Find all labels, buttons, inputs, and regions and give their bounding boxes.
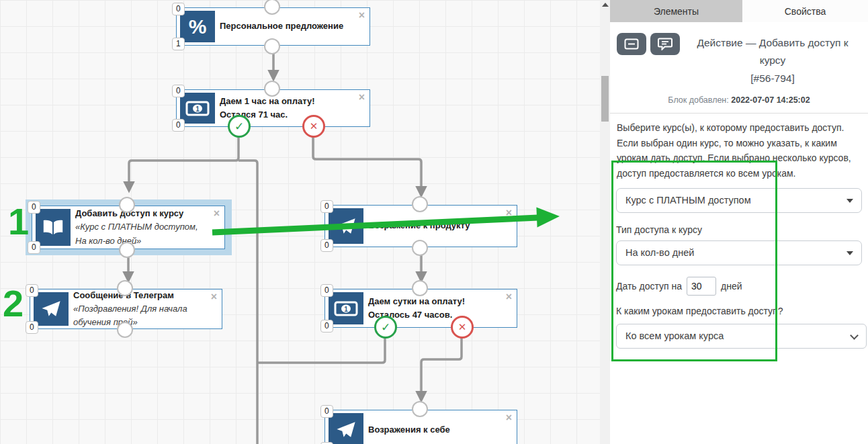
block-title: Возражения к себе	[368, 425, 450, 435]
lessons-select[interactable]: Ко всем урокам курса	[616, 324, 867, 349]
close-icon[interactable]: ×	[506, 208, 512, 218]
close-icon[interactable]: ×	[506, 292, 512, 302]
connector-in[interactable]	[264, 81, 280, 97]
badge-count: 0	[172, 85, 185, 97]
chevron-down-icon	[847, 199, 853, 203]
chevron-down-icon	[847, 251, 853, 255]
scrollbar-up-icon[interactable]	[602, 3, 609, 7]
block-subtitle: «Курс с ПЛАТНЫМ доступом, На кол-во дней…	[75, 222, 198, 245]
connector-out[interactable]	[412, 240, 428, 256]
badge-count: 0	[26, 284, 38, 297]
badge-count: 0	[320, 320, 333, 332]
flow-block-product-objection[interactable]: 0 0 Возражение к продукту ×	[324, 205, 517, 247]
connector-in[interactable]	[412, 196, 428, 212]
badge-count: 1	[172, 38, 185, 50]
connector-out[interactable]	[119, 242, 135, 258]
course-select[interactable]: Курс с ПЛАТНЫМ доступом	[616, 188, 862, 213]
panel-tabbar: Элементы Свойства	[610, 0, 868, 22]
flow-block-self-objection[interactable]: 0 0 Возражения к себе ×	[324, 410, 517, 444]
block-added-datetime: 2022-07-07 14:25:02	[731, 95, 810, 105]
lessons-select-value: Ко всем урокам курса	[625, 330, 724, 341]
badge-count: 0	[28, 201, 40, 214]
badge-count: 0	[26, 321, 38, 334]
block-title: Возражение к продукту	[368, 220, 470, 230]
badge-count: 0	[172, 3, 185, 15]
connector-in[interactable]	[119, 197, 135, 213]
days-prefix-label: Дать доступ на	[616, 281, 682, 292]
telegram-icon	[329, 208, 363, 244]
message-icon[interactable]	[617, 33, 646, 55]
tab-properties[interactable]: Свойства	[742, 0, 868, 22]
connector-in[interactable]	[412, 401, 428, 417]
connector-in[interactable]	[117, 280, 133, 296]
telegram-icon	[329, 413, 363, 444]
svg-text:1: 1	[344, 305, 348, 312]
badge-count: 0	[320, 200, 333, 213]
fail-branch-icon[interactable]: ✕	[451, 316, 474, 339]
block-added-line: Блок добавлен: 2022-07-07 14:25:02	[610, 95, 868, 114]
success-branch-icon[interactable]: ✓	[374, 316, 397, 339]
canvas-scrollbar[interactable]	[600, 0, 610, 444]
money-icon: 1	[180, 93, 215, 124]
course-access-description: Выберите курс(ы), к которому предоставит…	[610, 114, 868, 181]
close-icon[interactable]: ×	[506, 412, 512, 423]
close-icon[interactable]: ×	[211, 292, 217, 302]
connector-in[interactable]	[412, 280, 428, 296]
connector-out[interactable]	[117, 322, 133, 338]
connector-out[interactable]	[264, 38, 280, 54]
flow-canvas[interactable]: 0 1 % Персональное предложение × 0 0 1 Д…	[0, 0, 600, 444]
svg-text:1: 1	[196, 105, 200, 112]
days-row: Дать доступ на дней	[616, 277, 862, 296]
flow-block-personal-offer[interactable]: 0 1 % Персональное предложение ×	[176, 7, 370, 46]
comment-icon[interactable]	[650, 33, 680, 55]
telegram-icon	[34, 292, 69, 326]
tab-elements[interactable]: Элементы	[610, 0, 742, 22]
course-select-value: Курс с ПЛАТНЫМ доступом	[625, 195, 751, 206]
book-icon	[36, 209, 71, 246]
flow-block-telegram-message[interactable]: 0 0 Сообщение в Телеграм «Поздравления! …	[30, 289, 222, 329]
block-type-title: Действие — Добавить доступ к курсу	[684, 34, 861, 70]
flow-block-add-course-access[interactable]: 0 0 Добавить доступ к курсу «Курс с ПЛАТ…	[32, 206, 225, 249]
percent-icon: %	[180, 11, 215, 42]
badge-count: 0	[320, 405, 333, 418]
block-header-title: Действие — Добавить доступ к курсу [#56-…	[684, 33, 861, 87]
block-header: Действие — Добавить доступ к курсу [#56-…	[610, 22, 868, 87]
access-type-select[interactable]: На кол-во дней	[616, 240, 862, 265]
days-input[interactable]	[687, 277, 716, 296]
access-type-label: Тип доступа к курсу	[616, 224, 862, 235]
badge-count: 0	[28, 241, 40, 254]
lessons-label: К каким урокам предоставить доступ?	[616, 306, 862, 316]
block-added-label: Блок добавлен:	[668, 95, 731, 105]
close-icon[interactable]: ×	[359, 92, 365, 103]
annotation-step-1: 1	[8, 203, 29, 240]
badge-count: 0	[320, 239, 333, 252]
days-suffix-label: дней	[721, 281, 742, 292]
money-icon: 1	[329, 292, 363, 324]
close-icon[interactable]: ×	[359, 10, 365, 21]
success-branch-icon[interactable]: ✓	[228, 115, 251, 138]
access-type-value: На кол-во дней	[625, 247, 694, 258]
annotation-step-2: 2	[3, 285, 24, 322]
connector-in[interactable]	[264, 0, 280, 15]
fail-branch-icon[interactable]: ✕	[302, 115, 325, 138]
badge-count: 0	[172, 119, 185, 132]
block-id: [#56-794]	[684, 70, 861, 87]
close-icon[interactable]: ×	[214, 208, 220, 219]
badge-count: 0	[320, 284, 333, 297]
properties-panel: Элементы Свойства Действие — Добавить до…	[610, 0, 868, 444]
scrollbar-thumb[interactable]	[601, 76, 609, 122]
block-title: Персональное предложение	[220, 21, 343, 31]
flow-block-day-payment[interactable]: 0 0 1 Даем сутки на оплату! Осталось 47 …	[324, 289, 517, 328]
flow-block-1hour-payment[interactable]: 0 0 1 Даем 1 час на оплату! Остался 71 ч…	[176, 89, 370, 127]
